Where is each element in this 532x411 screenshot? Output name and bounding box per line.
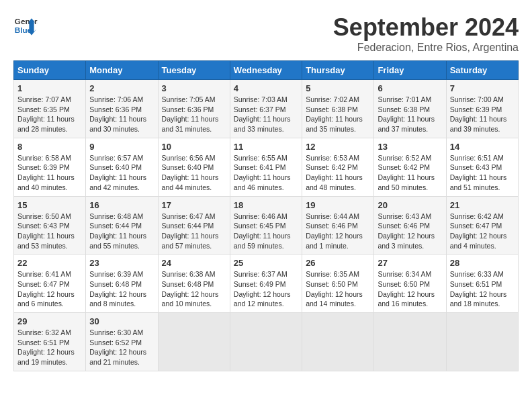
day-info: Sunrise: 7:05 AMSunset: 6:36 PMDaylight:…: [162, 95, 219, 133]
table-row: 9Sunrise: 6:57 AMSunset: 6:40 PMDaylight…: [86, 138, 158, 196]
day-number: 28: [450, 258, 515, 268]
table-row: 18Sunrise: 6:46 AMSunset: 6:45 PMDayligh…: [230, 196, 302, 255]
page-title: September 2024: [333, 13, 519, 42]
day-number: 7: [450, 83, 515, 93]
day-info: Sunrise: 6:30 AMSunset: 6:52 PMDaylight:…: [89, 328, 146, 366]
day-number: 10: [162, 142, 226, 152]
day-number: 4: [234, 83, 298, 93]
svg-text:General: General: [15, 17, 38, 26]
day-info: Sunrise: 6:55 AMSunset: 6:41 PMDaylight:…: [234, 154, 291, 191]
day-number: 15: [17, 200, 82, 210]
calendar-table: Sunday Monday Tuesday Wednesday Thursday…: [13, 60, 519, 371]
day-number: 3: [162, 83, 226, 93]
day-info: Sunrise: 6:57 AMSunset: 6:40 PMDaylight:…: [89, 154, 146, 191]
calendar-week-4: 22Sunrise: 6:41 AMSunset: 6:47 PMDayligh…: [14, 255, 519, 313]
day-number: 18: [234, 200, 298, 210]
day-number: 26: [306, 258, 370, 268]
day-info: Sunrise: 7:00 AMSunset: 6:39 PMDaylight:…: [450, 95, 507, 133]
day-info: Sunrise: 6:37 AMSunset: 6:49 PMDaylight:…: [234, 270, 291, 308]
calendar-week-2: 8Sunrise: 6:58 AMSunset: 6:39 PMDaylight…: [14, 138, 519, 196]
table-row: 16Sunrise: 6:48 AMSunset: 6:44 PMDayligh…: [86, 196, 158, 255]
day-info: Sunrise: 7:07 AMSunset: 6:35 PMDaylight:…: [17, 95, 75, 133]
day-info: Sunrise: 7:03 AMSunset: 6:37 PMDaylight:…: [234, 95, 291, 133]
day-info: Sunrise: 6:33 AMSunset: 6:51 PMDaylight:…: [450, 270, 507, 308]
table-row: 3Sunrise: 7:05 AMSunset: 6:36 PMDaylight…: [158, 80, 230, 138]
day-number: 14: [450, 142, 515, 152]
day-number: 9: [89, 142, 154, 152]
day-number: 23: [89, 258, 154, 268]
table-row: 6Sunrise: 7:01 AMSunset: 6:38 PMDaylight…: [374, 80, 446, 138]
day-info: Sunrise: 7:01 AMSunset: 6:38 PMDaylight:…: [378, 95, 435, 133]
day-info: Sunrise: 6:34 AMSunset: 6:50 PMDaylight:…: [378, 270, 435, 308]
day-info: Sunrise: 6:32 AMSunset: 6:51 PMDaylight:…: [17, 328, 75, 366]
day-info: Sunrise: 6:39 AMSunset: 6:48 PMDaylight:…: [89, 270, 146, 308]
day-info: Sunrise: 6:42 AMSunset: 6:47 PMDaylight:…: [450, 212, 507, 250]
day-number: 24: [162, 258, 226, 268]
day-info: Sunrise: 7:02 AMSunset: 6:38 PMDaylight:…: [306, 95, 363, 133]
day-number: 11: [234, 142, 298, 152]
table-row: 20Sunrise: 6:43 AMSunset: 6:46 PMDayligh…: [374, 196, 446, 255]
day-number: 8: [17, 142, 82, 152]
day-number: 6: [378, 83, 442, 93]
table-row: 7Sunrise: 7:00 AMSunset: 6:39 PMDaylight…: [446, 80, 518, 138]
table-row: [158, 313, 230, 371]
table-row: 11Sunrise: 6:55 AMSunset: 6:41 PMDayligh…: [230, 138, 302, 196]
col-monday: Monday: [86, 61, 158, 80]
table-row: 27Sunrise: 6:34 AMSunset: 6:50 PMDayligh…: [374, 255, 446, 313]
day-number: 13: [378, 142, 442, 152]
day-number: 30: [89, 316, 154, 326]
calendar-week-1: 1Sunrise: 7:07 AMSunset: 6:35 PMDaylight…: [14, 80, 519, 138]
day-number: 2: [89, 83, 154, 93]
day-info: Sunrise: 6:44 AMSunset: 6:46 PMDaylight:…: [306, 212, 363, 250]
table-row: 21Sunrise: 6:42 AMSunset: 6:47 PMDayligh…: [446, 196, 518, 255]
page-subtitle: Federacion, Entre Rios, Argentina: [333, 42, 519, 54]
table-row: 28Sunrise: 6:33 AMSunset: 6:51 PMDayligh…: [446, 255, 518, 313]
day-number: 29: [17, 316, 82, 326]
table-row: 14Sunrise: 6:51 AMSunset: 6:43 PMDayligh…: [446, 138, 518, 196]
table-row: 4Sunrise: 7:03 AMSunset: 6:37 PMDaylight…: [230, 80, 302, 138]
table-row: 26Sunrise: 6:35 AMSunset: 6:50 PMDayligh…: [302, 255, 374, 313]
table-row: 30Sunrise: 6:30 AMSunset: 6:52 PMDayligh…: [86, 313, 158, 371]
table-row: [230, 313, 302, 371]
title-block: September 2024 Federacion, Entre Rios, A…: [333, 13, 519, 54]
day-number: 25: [234, 258, 298, 268]
day-number: 27: [378, 258, 442, 268]
day-info: Sunrise: 6:41 AMSunset: 6:47 PMDaylight:…: [17, 270, 75, 308]
day-info: Sunrise: 6:50 AMSunset: 6:43 PMDaylight:…: [17, 212, 75, 250]
calendar-header-row: Sunday Monday Tuesday Wednesday Thursday…: [14, 61, 519, 80]
day-number: 16: [89, 200, 154, 210]
table-row: 22Sunrise: 6:41 AMSunset: 6:47 PMDayligh…: [14, 255, 86, 313]
table-row: [302, 313, 374, 371]
table-row: 23Sunrise: 6:39 AMSunset: 6:48 PMDayligh…: [86, 255, 158, 313]
day-number: 22: [17, 258, 82, 268]
day-info: Sunrise: 6:38 AMSunset: 6:48 PMDaylight:…: [162, 270, 219, 308]
col-thursday: Thursday: [302, 61, 374, 80]
table-row: 12Sunrise: 6:53 AMSunset: 6:42 PMDayligh…: [302, 138, 374, 196]
day-number: 1: [17, 83, 82, 93]
header: General Blue September 2024 Federacion, …: [13, 13, 519, 54]
day-info: Sunrise: 6:53 AMSunset: 6:42 PMDaylight:…: [306, 154, 363, 191]
day-number: 20: [378, 200, 442, 210]
day-info: Sunrise: 6:51 AMSunset: 6:43 PMDaylight:…: [450, 154, 507, 191]
table-row: 15Sunrise: 6:50 AMSunset: 6:43 PMDayligh…: [14, 196, 86, 255]
logo: General Blue: [13, 13, 38, 38]
day-number: 5: [306, 83, 370, 93]
day-info: Sunrise: 7:06 AMSunset: 6:36 PMDaylight:…: [89, 95, 146, 133]
calendar-week-5: 29Sunrise: 6:32 AMSunset: 6:51 PMDayligh…: [14, 313, 519, 371]
col-tuesday: Tuesday: [158, 61, 230, 80]
table-row: [446, 313, 518, 371]
day-info: Sunrise: 6:56 AMSunset: 6:40 PMDaylight:…: [162, 154, 219, 191]
table-row: 8Sunrise: 6:58 AMSunset: 6:39 PMDaylight…: [14, 138, 86, 196]
day-info: Sunrise: 6:47 AMSunset: 6:44 PMDaylight:…: [162, 212, 219, 250]
table-row: 19Sunrise: 6:44 AMSunset: 6:46 PMDayligh…: [302, 196, 374, 255]
table-row: 1Sunrise: 7:07 AMSunset: 6:35 PMDaylight…: [14, 80, 86, 138]
day-number: 17: [162, 200, 226, 210]
day-number: 21: [450, 200, 515, 210]
table-row: 13Sunrise: 6:52 AMSunset: 6:42 PMDayligh…: [374, 138, 446, 196]
table-row: [374, 313, 446, 371]
day-info: Sunrise: 6:58 AMSunset: 6:39 PMDaylight:…: [17, 154, 75, 191]
table-row: 10Sunrise: 6:56 AMSunset: 6:40 PMDayligh…: [158, 138, 230, 196]
day-number: 12: [306, 142, 370, 152]
col-saturday: Saturday: [446, 61, 518, 80]
col-wednesday: Wednesday: [230, 61, 302, 80]
